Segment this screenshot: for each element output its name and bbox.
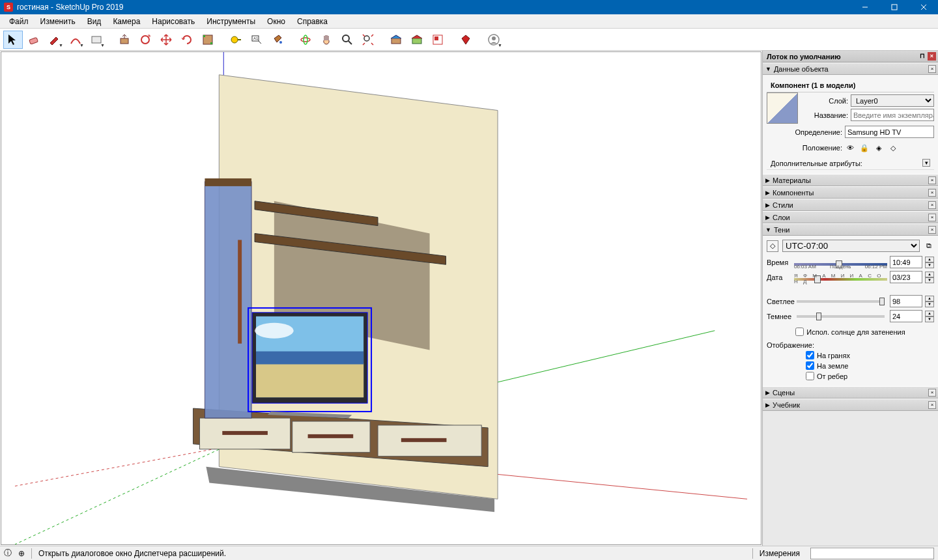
svg-point-27 bbox=[492, 36, 496, 40]
pin-icon[interactable]: ⊓ bbox=[920, 52, 925, 59]
svg-rect-4 bbox=[29, 37, 38, 44]
move-tool[interactable] bbox=[156, 31, 176, 49]
rotate-tool[interactable] bbox=[177, 31, 197, 49]
svg-rect-43 bbox=[205, 182, 251, 418]
menu-справка[interactable]: Справка bbox=[292, 16, 333, 27]
date-value[interactable]: 03/23 bbox=[890, 271, 922, 283]
viewport-3d[interactable] bbox=[1, 51, 761, 545]
paint-tool[interactable] bbox=[268, 31, 287, 49]
help-icon[interactable]: ⓘ bbox=[4, 548, 12, 559]
component-thumbnail[interactable] bbox=[767, 92, 798, 124]
section-close-icon[interactable]: × bbox=[928, 401, 936, 409]
line-tool[interactable]: ▼ bbox=[45, 31, 64, 49]
dark-slider[interactable] bbox=[797, 315, 885, 318]
svg-line-30 bbox=[15, 447, 223, 544]
date-slider[interactable]: Я Ф М А М И И А С О Н Д bbox=[794, 272, 887, 283]
dark-value[interactable]: 24 bbox=[890, 310, 922, 322]
maximize-button[interactable] bbox=[879, 0, 909, 14]
orbit-tool[interactable] bbox=[296, 31, 315, 49]
additional-attributes-row[interactable]: Дополнительные атрибуты: ▾ bbox=[767, 158, 934, 170]
window-title: гостиная - SketchUp Pro 2019 bbox=[17, 3, 124, 12]
sun-shading-checkbox[interactable] bbox=[795, 328, 804, 336]
tape-tool[interactable] bbox=[226, 31, 246, 49]
eraser-tool[interactable] bbox=[24, 31, 44, 49]
time-value[interactable]: 10:49 bbox=[890, 256, 922, 268]
section-close-icon[interactable]: × bbox=[928, 226, 936, 234]
instance-name-input[interactable] bbox=[851, 109, 934, 121]
timezone-select[interactable]: UTC-07:00 bbox=[782, 240, 920, 252]
menu-нарисовать[interactable]: Нарисовать bbox=[147, 16, 200, 27]
glue-icon[interactable]: ◈ bbox=[874, 143, 884, 153]
svg-point-17 bbox=[301, 38, 310, 42]
from-edges-checkbox[interactable] bbox=[806, 372, 814, 380]
section-header-scenes[interactable]: ▶ Сцены × bbox=[763, 386, 938, 399]
time-down[interactable]: ▼ bbox=[925, 262, 934, 268]
select-tool[interactable] bbox=[3, 31, 23, 49]
visibility-icon[interactable]: 👁 bbox=[845, 143, 855, 153]
shadow-toggle-icon[interactable]: ◇ bbox=[767, 240, 778, 252]
expand-attrs-icon[interactable]: ▾ bbox=[922, 159, 930, 167]
svg-rect-9 bbox=[203, 35, 205, 37]
menu-файл[interactable]: Файл bbox=[4, 16, 34, 27]
definition-input[interactable] bbox=[845, 126, 934, 138]
layer-select[interactable]: Layer0 bbox=[851, 94, 934, 107]
user-tool[interactable]: ▼ bbox=[484, 31, 504, 49]
text-tool[interactable]: A1 bbox=[247, 31, 266, 49]
cut-icon[interactable]: ◇ bbox=[888, 143, 898, 153]
section-header-components[interactable]: ▶ Компоненты × bbox=[763, 186, 938, 199]
section-close-icon[interactable]: × bbox=[928, 65, 936, 73]
lock-icon[interactable]: 🔒 bbox=[859, 143, 870, 153]
section-title-entity: Данные объекта bbox=[774, 65, 829, 73]
pushpull-tool[interactable] bbox=[115, 31, 134, 49]
section-close-icon[interactable]: × bbox=[928, 189, 936, 197]
section-close-icon[interactable]: × bbox=[928, 176, 936, 184]
on-ground-checkbox[interactable] bbox=[806, 361, 814, 370]
entity-info-body: Компонент (1 в модели) Слой: Layer0 Назв… bbox=[763, 75, 938, 174]
section-close-icon[interactable]: × bbox=[928, 201, 936, 209]
svg-point-18 bbox=[304, 35, 307, 44]
tray-close-icon[interactable]: × bbox=[928, 52, 936, 61]
section-title-shadows: Тени bbox=[774, 226, 789, 234]
chevron-down-icon: ▼ bbox=[765, 227, 771, 233]
measurements-input[interactable] bbox=[810, 548, 934, 559]
section-header-layers[interactable]: ▶ Слои × bbox=[763, 211, 938, 223]
pan-tool[interactable] bbox=[317, 31, 336, 49]
menu-изменить[interactable]: Изменить bbox=[35, 16, 81, 27]
close-button[interactable] bbox=[909, 0, 938, 14]
offset-tool[interactable] bbox=[135, 31, 155, 49]
settings-icon[interactable]: ⧉ bbox=[924, 242, 934, 250]
time-label: Время bbox=[767, 259, 791, 266]
section-close-icon[interactable]: × bbox=[928, 389, 936, 397]
section-header-instructor[interactable]: ▶ Учебник × bbox=[763, 399, 938, 411]
section-header-shadows[interactable]: ▼ Тени × bbox=[763, 223, 938, 236]
zoom-tool[interactable] bbox=[337, 31, 357, 49]
geo-icon[interactable]: ⊕ bbox=[18, 549, 25, 558]
menu-окно[interactable]: Окно bbox=[262, 16, 291, 27]
menu-инструменты[interactable]: Инструменты bbox=[201, 16, 261, 27]
section-header-styles[interactable]: ▶ Стили × bbox=[763, 199, 938, 211]
section-title-materials: Материалы bbox=[773, 176, 811, 184]
on-faces-checkbox[interactable] bbox=[806, 351, 814, 359]
light-value[interactable]: 98 bbox=[890, 295, 922, 307]
date-up[interactable]: ▲ bbox=[925, 272, 934, 277]
time-slider[interactable]: 06:03 AMПолдень06:12 PM bbox=[794, 257, 887, 268]
layout-tool[interactable] bbox=[428, 31, 448, 49]
tray-title[interactable]: Лоток по умолчанию ⊓ × bbox=[763, 51, 938, 63]
date-down[interactable]: ▼ bbox=[925, 277, 934, 283]
extwarehouse-tool[interactable] bbox=[407, 31, 427, 49]
section-header-materials[interactable]: ▶ Материалы × bbox=[763, 174, 938, 186]
extension-tool[interactable] bbox=[456, 31, 476, 49]
time-up[interactable]: ▲ bbox=[925, 257, 934, 262]
scale-tool[interactable] bbox=[198, 31, 218, 49]
rect-tool[interactable]: ▼ bbox=[87, 31, 106, 49]
light-slider[interactable] bbox=[797, 300, 885, 303]
section-header-entity[interactable]: ▼ Данные объекта × bbox=[763, 63, 938, 75]
svg-rect-25 bbox=[434, 36, 438, 40]
arc-tool[interactable]: ▼ bbox=[66, 31, 85, 49]
zoomext-tool[interactable] bbox=[358, 31, 378, 49]
section-close-icon[interactable]: × bbox=[928, 214, 936, 221]
menu-вид[interactable]: Вид bbox=[82, 16, 107, 27]
minimize-button[interactable] bbox=[850, 0, 879, 14]
warehouse-tool[interactable] bbox=[386, 31, 406, 49]
menu-камера[interactable]: Камера bbox=[107, 16, 145, 27]
